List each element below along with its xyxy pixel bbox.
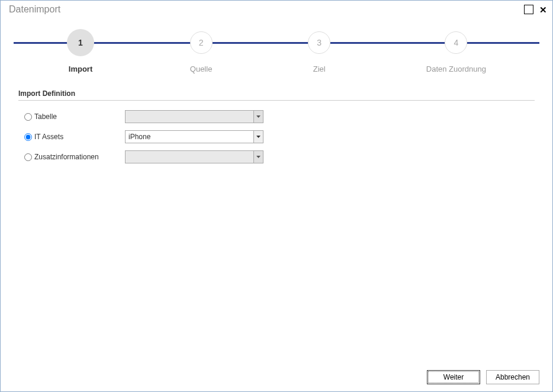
label-tabelle: Tabelle [34, 113, 57, 121]
step-daten-zuordnung[interactable]: 4 Daten Zuordnung [426, 31, 486, 73]
step-ziel[interactable]: 3 Ziel [308, 31, 330, 73]
label-it-assets: IT Assets [34, 133, 63, 141]
combo-it-assets[interactable]: iPhone [125, 130, 263, 143]
label-zusatz: Zusatzinformationen [34, 153, 99, 161]
radio-tabelle[interactable] [24, 113, 32, 121]
combo-tabelle[interactable] [125, 110, 263, 123]
cancel-button[interactable]: Abbrechen [486, 370, 539, 384]
chevron-down-icon[interactable] [253, 111, 263, 123]
combo-tabelle-value [126, 111, 253, 123]
next-button[interactable]: Weiter [427, 370, 480, 384]
step-number: 4 [445, 31, 467, 54]
step-quelle[interactable]: 2 Quelle [190, 31, 213, 73]
maximize-icon[interactable] [524, 5, 533, 14]
titlebar: Datenimport ✕ [1, 1, 552, 18]
step-number: 1 [67, 29, 94, 56]
radio-zusatzinformationen[interactable] [24, 153, 32, 161]
row-zusatz: Zusatzinformationen [18, 150, 535, 163]
footer: Weiter Abbrechen [1, 363, 552, 391]
combo-zusatz[interactable] [125, 150, 263, 163]
radio-it-assets[interactable] [24, 133, 32, 141]
close-icon[interactable]: ✕ [538, 5, 548, 14]
step-number: 2 [190, 31, 213, 54]
chevron-down-icon[interactable] [253, 131, 263, 143]
step-label: Daten Zuordnung [426, 65, 486, 73]
combo-it-assets-value: iPhone [126, 131, 253, 143]
step-label: Import [69, 65, 92, 73]
combo-zusatz-value [126, 151, 253, 163]
chevron-down-icon[interactable] [253, 151, 263, 163]
section-title: Import Definition [18, 89, 535, 101]
window-controls: ✕ [524, 5, 548, 14]
step-label: Quelle [190, 65, 213, 73]
content-area: Import Definition Tabelle IT Assets iPho… [1, 76, 552, 163]
wizard-steps: 1 Import 2 Quelle 3 Ziel 4 Daten Zuordnu… [14, 31, 539, 76]
step-import[interactable]: 1 Import [67, 31, 94, 73]
step-number: 3 [308, 31, 330, 54]
window-title: Datenimport [9, 4, 60, 15]
row-it-assets: IT Assets iPhone [18, 130, 535, 143]
step-label: Ziel [313, 65, 326, 73]
row-tabelle: Tabelle [18, 110, 535, 123]
